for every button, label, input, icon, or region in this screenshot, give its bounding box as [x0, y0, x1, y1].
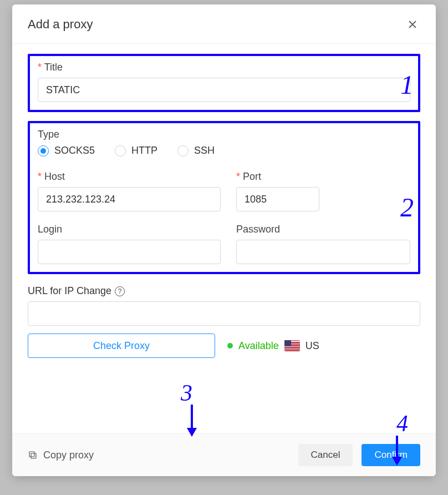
radio-http-label: HTTP [131, 145, 157, 156]
type-label: Type [38, 129, 410, 140]
check-proxy-label: Check Proxy [93, 340, 150, 352]
arrow-4-icon [390, 436, 404, 469]
url-change-row: URL for IP Change ? [28, 285, 420, 326]
radio-dot-icon [38, 145, 49, 156]
radio-http[interactable]: HTTP [115, 145, 157, 156]
check-proxy-button[interactable]: Check Proxy [28, 334, 215, 358]
radio-ssh-label: SSH [194, 145, 215, 156]
arrow-3-icon [185, 405, 198, 440]
url-change-label: URL for IP Change [28, 285, 111, 297]
password-label: Password [236, 224, 410, 235]
annotation-4: 4 [396, 410, 408, 437]
modal-footer: Copy proxy Cancel Confirm [12, 433, 436, 476]
svg-rect-4 [31, 453, 36, 458]
copy-proxy-label: Copy proxy [43, 449, 94, 461]
title-input[interactable] [38, 78, 410, 102]
port-label: Port [236, 171, 319, 183]
modal-body: Title 1 Type SOCKS5 HTTP [12, 44, 436, 433]
password-input[interactable] [236, 240, 410, 264]
proxy-status: Available US [227, 340, 319, 352]
status-country: US [306, 340, 319, 352]
close-button[interactable] [405, 17, 420, 32]
section-title-highlight: Title 1 [28, 54, 420, 112]
cancel-label: Cancel [311, 449, 340, 461]
radio-ssh[interactable]: SSH [177, 145, 215, 156]
svg-rect-5 [29, 452, 34, 457]
us-flag-icon [284, 340, 300, 351]
cancel-button[interactable]: Cancel [298, 444, 353, 466]
status-dot-icon [227, 343, 233, 348]
section-connection-highlight: Type SOCKS5 HTTP SSH [28, 121, 420, 274]
copy-icon [28, 450, 38, 460]
close-icon [407, 19, 418, 30]
status-text: Available [238, 340, 279, 352]
annotation-1: 1 [400, 69, 414, 100]
radio-dot-icon [177, 145, 189, 156]
copy-proxy-button[interactable]: Copy proxy [28, 449, 94, 461]
login-input[interactable] [38, 240, 221, 264]
annotation-2: 2 [400, 192, 414, 223]
type-radio-group: SOCKS5 HTTP SSH [38, 145, 410, 156]
add-proxy-modal: Add a proxy Title 1 Type SOCKS5 [12, 4, 436, 476]
radio-dot-icon [115, 145, 126, 156]
check-proxy-row: Check Proxy Available US [28, 334, 420, 358]
help-icon[interactable]: ? [115, 286, 125, 296]
modal-header: Add a proxy [12, 4, 436, 44]
svg-marker-1 [187, 428, 197, 437]
radio-socks5[interactable]: SOCKS5 [38, 145, 95, 156]
title-label: Title [38, 62, 410, 73]
host-input[interactable] [38, 187, 221, 211]
login-pass-row: Login Password [38, 224, 410, 264]
modal-title: Add a proxy [28, 17, 93, 32]
port-input[interactable] [236, 187, 319, 211]
radio-socks5-label: SOCKS5 [54, 145, 95, 156]
host-label: Host [38, 171, 221, 183]
host-port-row: Host Port [38, 171, 410, 211]
url-change-input[interactable] [28, 301, 420, 326]
login-label: Login [38, 224, 221, 235]
svg-marker-3 [392, 457, 402, 466]
annotation-3: 3 [181, 380, 192, 406]
